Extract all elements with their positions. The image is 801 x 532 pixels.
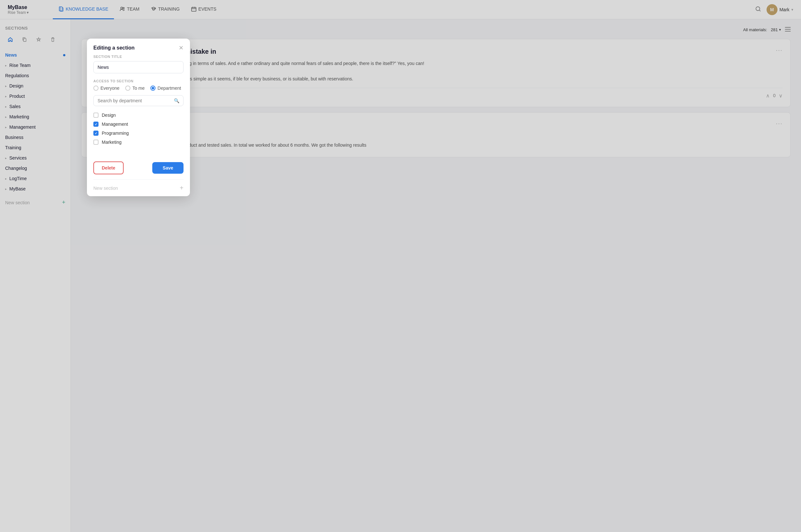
dept-list: DesignManagementProgrammingMarketing [93, 111, 183, 147]
dept-label: Management [102, 121, 128, 127]
modal-close-btn[interactable]: ✕ [179, 45, 183, 51]
dept-item-design[interactable]: Design [93, 111, 183, 120]
radio-to-me[interactable]: To me [125, 86, 145, 91]
dept-label: Programming [102, 131, 129, 136]
save-button[interactable]: Save [152, 162, 183, 174]
section-title-input[interactable] [93, 61, 183, 73]
editing-section-modal: Editing a section ✕ SECTION TITLE ACCESS… [87, 39, 190, 196]
dept-item-marketing[interactable]: Marketing [93, 138, 183, 147]
search-icon: 🔍 [174, 98, 179, 103]
section-title-label: SECTION TITLE [93, 55, 183, 59]
dept-search-input[interactable] [97, 98, 171, 103]
radio-circle-to-me [125, 86, 130, 91]
dept-label: Design [102, 113, 116, 118]
modal-body: SECTION TITLE ACCESS TO SECTION Everyone… [87, 55, 190, 156]
radio-everyone[interactable]: Everyone [93, 86, 120, 91]
modal-actions: Delete Save [87, 156, 190, 179]
dept-item-management[interactable]: Management [93, 120, 183, 129]
checkbox-management[interactable] [93, 121, 98, 127]
access-label: ACCESS TO SECTION [93, 79, 183, 83]
checkbox-programming[interactable] [93, 131, 98, 136]
modal-overlay[interactable]: Editing a section ✕ SECTION TITLE ACCESS… [0, 0, 801, 532]
modal-header: Editing a section ✕ [87, 39, 190, 55]
access-radios: Everyone To me Department [93, 86, 183, 91]
checkbox-marketing[interactable] [93, 139, 98, 145]
modal-plus-icon: + [180, 184, 183, 192]
radio-department[interactable]: Department [150, 86, 181, 91]
dept-item-programming[interactable]: Programming [93, 129, 183, 138]
radio-circle-department [150, 86, 156, 91]
modal-new-section[interactable]: New section + [87, 180, 190, 196]
radio-circle-everyone [93, 86, 98, 91]
checkbox-design[interactable] [93, 113, 98, 118]
delete-button[interactable]: Delete [93, 162, 124, 174]
modal-new-section-label: New section [93, 186, 118, 191]
dept-search[interactable]: 🔍 [93, 95, 183, 106]
dept-label: Marketing [102, 139, 121, 145]
modal-title: Editing a section [93, 45, 134, 51]
